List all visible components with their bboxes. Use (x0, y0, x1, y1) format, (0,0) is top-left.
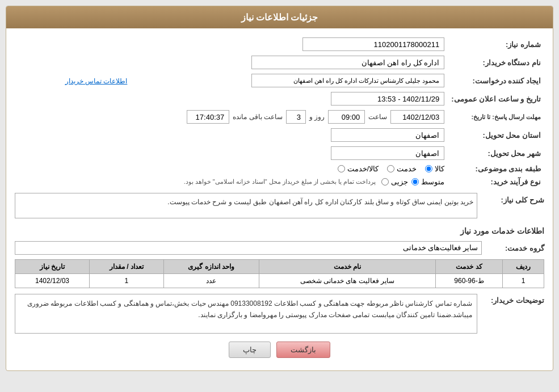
buyer-org-label: نام دستگاه خریدار: (448, 53, 544, 71)
back-button[interactable]: بازگشت (276, 342, 330, 358)
need-number-value: 1102001178000211 (158, 35, 448, 53)
col-name: نام خدمت (259, 260, 436, 274)
response-deadline-label: مهلت ارسال پاسخ: تا تاریخ: (448, 108, 544, 126)
buyer-notes-content: شماره تماس کارشناس ناظر مربوطه جهت هماهن… (15, 294, 477, 334)
province-value: اصفهان (331, 128, 444, 142)
category-radio-kala-khedmat[interactable]: کالا/خدمت (338, 165, 379, 173)
category-radio-khedmat[interactable]: خدمت (387, 165, 417, 173)
buyer-org-value: اداره کل راه اهن اصفهان (251, 56, 444, 69)
need-number-label: شماره نیاز: (448, 35, 544, 53)
description-text: خرید بوتین ایمنی ساق کوتاه و ساق بلند کا… (15, 193, 477, 218)
page-header: جزئیات اطلاعات نیاز (6, 6, 553, 28)
col-date: تاریخ نیاز (15, 260, 90, 274)
col-code: کد خدمت (436, 260, 503, 274)
category-label: طبقه بندی موضوعی: (448, 162, 544, 175)
announce-date-label: تاریخ و ساعت اعلان عمومی: (448, 90, 544, 108)
print-button[interactable]: چاپ (229, 342, 271, 358)
col-qty: تعداد / مقدار (89, 260, 163, 274)
process-note: پرداخت تمام یا بخشی از مبلغ خریداز محل "… (184, 178, 376, 186)
creator-label: ایجاد کننده درخواست: (448, 71, 544, 90)
remaining-value: 17:40:37 (187, 110, 229, 124)
services-section-title: اطلاعات خدمات مورد نیاز (15, 224, 544, 238)
days-label: روز و (309, 113, 325, 121)
remaining-label: ساعت باقی مانده (233, 113, 283, 121)
table-row: 1ط-96-960سایر فعالیت هاى خدماتى شخصىعدد1… (15, 274, 544, 288)
process-label: نوع فرآیند خرید: (448, 175, 544, 188)
buttons-row: بازگشت چاپ (15, 342, 544, 364)
description-label: شرح کلی نیاز: (482, 193, 544, 204)
days-value: 3 (286, 110, 306, 124)
city-value: اصفهان (331, 146, 444, 160)
services-table: ردیف کد خدمت نام خدمت واحد اندازه گیری ت… (15, 259, 544, 288)
buyer-notes-label: توضیحات خریدار: (482, 294, 544, 305)
city-label: شهر محل تحویل: (448, 144, 544, 162)
province-label: استان محل تحویل: (448, 126, 544, 144)
group-value: سایر فعالیت‌های خدماتی (15, 241, 482, 255)
page-title: جزئیات اطلاعات نیاز (241, 12, 318, 22)
category-radio-kala[interactable]: کالا (425, 165, 444, 173)
creator-value: محمود جلیلی کارشناس تدارکات اداره کل راه… (251, 74, 444, 87)
process-radio-motavasset[interactable]: متوسط (411, 178, 444, 186)
process-radio-jozi[interactable]: جزیی (381, 178, 408, 186)
contact-info-link[interactable]: اطلاعات تماس خریدار (65, 77, 128, 85)
col-unit: واحد اندازه گیری (163, 260, 259, 274)
response-time-value: 09:00 (328, 110, 365, 124)
col-row: ردیف (502, 260, 544, 274)
group-label: گروه خدمت: (482, 244, 544, 252)
announce-date-value: 1402/11/29 - 13:53 (331, 92, 444, 106)
response-date-value: 1402/12/03 (390, 110, 444, 124)
response-time-label: ساعت (368, 113, 387, 121)
